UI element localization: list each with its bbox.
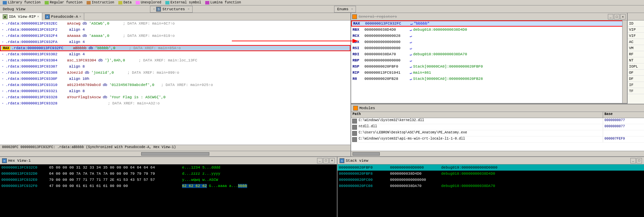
code-label: a0123456789abcd: [67, 83, 101, 87]
reg-maximize-btn[interactable]: □: [614, 14, 619, 19]
ida-tab-close[interactable]: ✕: [37, 15, 39, 18]
structures-label: Structures: [162, 7, 185, 11]
reg-name-rdi: RDI: [353, 52, 364, 56]
reg-name-rsi: RSI: [353, 46, 364, 50]
reg-line-rip: RIP 000000013FC91941 ↵ main+861: [351, 70, 627, 76]
code-dot: ·: [1, 76, 4, 82]
structures-close2-btn[interactable]: ✕: [188, 7, 189, 11]
hex-line: 000000013FC932E0 79 00 00 00 77 71 77 71…: [0, 177, 337, 183]
code-instr: db: [89, 46, 93, 50]
flag-if: IF: [628, 82, 644, 88]
hex-content[interactable]: 000000013FC932C0 65 00 00 00 31 32 33 34…: [0, 164, 337, 217]
hex-ascii: y...wqwq w..ASCW: [182, 178, 218, 182]
reg-value-rax: 000000013FC932FC: [365, 21, 409, 26]
modules-label: Modules: [359, 106, 375, 110]
hex-close-btn[interactable]: ✕: [329, 158, 335, 163]
ida-panel: ■ IDA View-RIP ✕ A Pseudocode-A ✕ · .rda…: [0, 13, 351, 156]
hex-panel: H Hex View-1 _ □ ✕ 000000013FC932C0 65 0…: [0, 157, 338, 217]
reg-minimize-btn[interactable]: _: [608, 14, 613, 19]
code-addr: .rdata:000000013FC9330F: [5, 77, 67, 81]
code-dot: ·: [1, 33, 4, 39]
code-instr: align 4: [69, 28, 85, 32]
code-addr: .rdata:000000013FC93321: [5, 89, 67, 93]
reg-arrow-rbp: ↵: [410, 58, 412, 63]
flag-df-label: DF: [629, 77, 633, 81]
stack-val: 0000000000000000: [390, 178, 441, 182]
reg-ref-r8: Stack[00000CA0]:00000000020FB28: [413, 77, 483, 81]
modules-h-thumb[interactable]: [353, 152, 380, 156]
debug-view-label: Debug View: [3, 7, 25, 11]
hex-bytes: 79 00 00 00 77 71 77 71 77 2E 41 53 43 5…: [49, 178, 182, 182]
hex-addr: 000000013FC932C0: [1, 165, 49, 170]
flag-rf-label: RF: [629, 52, 633, 56]
code-args: 'bbbbb',0: [95, 46, 115, 50]
pseudo-tab-close[interactable]: ✕: [79, 15, 81, 18]
code-status-bar: 000020FC 000000013FC932FC: .rdata:aBbbbb…: [0, 145, 350, 151]
code-line-rax: RAX .rdata:000000013FC932FC aBbbbb db 'b…: [0, 45, 350, 51]
reg-value-rsi: 0000000000000000: [364, 46, 409, 50]
reg-line-rbp: RBP 0000000000000000 ↵: [351, 57, 627, 63]
code-addr: .rdata:000000013FC93310: [5, 83, 67, 87]
code-scrollbar-h[interactable]: [0, 151, 350, 156]
code-dot: ·: [1, 21, 4, 26]
legend-unexplored-label: Unexplored: [141, 1, 161, 4]
tab-ida-view[interactable]: ■ IDA View-RIP ✕: [0, 13, 42, 20]
modules-scrollbar-h[interactable]: [351, 151, 644, 156]
modules-header: Path Base: [351, 112, 644, 118]
reg-ref-rip: main+861: [413, 71, 431, 75]
code-addr: .rdata:000000013FC932FA: [5, 40, 67, 44]
code-dot: ·: [1, 64, 4, 69]
reg-line-rax: RAX 000000013FC932FC ↵ "bbbbb": [351, 20, 627, 27]
reg-value-rbp: 0000000000000000: [364, 58, 409, 62]
hex-bytes-highlighted: 62 62 62 62: [182, 184, 207, 188]
code-dot: ·: [1, 82, 4, 88]
stack-max-btn[interactable]: □: [636, 158, 642, 163]
code-dot: ·: [1, 39, 4, 45]
reg-line-rsi: RSI 0000000000000000 ↵: [351, 45, 627, 51]
reg-name-rax: RAX: [353, 21, 365, 26]
stack-icon: S: [340, 158, 344, 163]
enums-close-btn[interactable]: ✕: [351, 7, 353, 11]
hex-max-btn[interactable]: □: [323, 158, 329, 163]
code-dot: ·: [1, 70, 4, 75]
reg-arrow-r8: ↵: [410, 77, 412, 81]
code-line: · .rdata:000000013FC93321 align 8: [0, 88, 350, 94]
code-addr: .rdata:000000013FC93302: [5, 52, 67, 56]
module-path: C:\Users\LEBRON\Desktop\ASC\PE_Anatomy\P…: [358, 130, 603, 136]
reg-line-rcx: RCX 0000000000000028 ↵: [351, 33, 627, 39]
hex-bytes: 64 00 00 00 7A 7A 7A 7A 7A 00 00 00 79 7…: [49, 172, 182, 176]
module-row[interactable]: C:\Users\LEBRON\Desktop\ASC\PE_Anatomy\P…: [351, 130, 644, 136]
modules-content: Path Base C:\Windows\System32\kernel32.d…: [351, 112, 644, 151]
reg-ref-rdi: debug018:00000000038DA70: [413, 52, 467, 56]
module-base: 0000000077: [603, 118, 644, 124]
h-scrollbar-thumb[interactable]: [141, 152, 209, 156]
status-text: 000020FC 000000013FC932FC: .rdata:aBbbbb…: [2, 145, 176, 149]
module-base: 000007FEF9: [603, 136, 644, 142]
enums-label: Enums: [337, 7, 348, 11]
stack-addr: 00000000020FBF8: [339, 172, 390, 176]
module-row[interactable]: C:\Windows\System32\kernel32.dll 0000000…: [351, 118, 644, 124]
hex-min-btn[interactable]: _: [317, 158, 323, 163]
structures-close-btn[interactable]: ✕: [153, 7, 155, 11]
code-label: aBbbbb: [73, 46, 87, 50]
module-row[interactable]: ntdll.dll 0000000077: [351, 124, 644, 130]
stack-content[interactable]: 00000000020FBF0 0000000000D0000 debug019…: [338, 164, 644, 217]
reg-close-btn[interactable]: ✕: [620, 14, 626, 19]
modules-tabbar: Modules: [351, 104, 644, 112]
flag-of-label: OF: [629, 71, 633, 75]
reg-name-rsp: RSP: [353, 64, 364, 69]
code-view[interactable]: · .rdata:000000013FC932EC aAscwg db 'ASC…: [0, 20, 350, 145]
code-args: '0123456789abcdef',0: [109, 83, 154, 87]
module-row[interactable]: C:\Windows\system32\api-ms-win-crt-local…: [351, 136, 644, 143]
code-label: asc_13FC93304: [67, 58, 96, 62]
legend-instruction: Instruction: [87, 1, 114, 4]
tab-pseudocode[interactable]: A Pseudocode-A ✕: [42, 13, 85, 20]
legend-instruction-label: Instruction: [92, 1, 114, 4]
stack-ref: debug018:00000000038D4D0: [441, 172, 495, 176]
hex-line: 000000013FC932F0 47 00 00 00 61 61 61 61…: [0, 183, 337, 189]
stack-min-btn[interactable]: _: [630, 158, 636, 163]
code-dot: ·: [1, 52, 4, 57]
reg-scrollbar[interactable]: [622, 20, 627, 103]
stack-addr: 00000000020FC08: [339, 184, 390, 188]
enums-bar: Enums ✕: [334, 6, 356, 13]
